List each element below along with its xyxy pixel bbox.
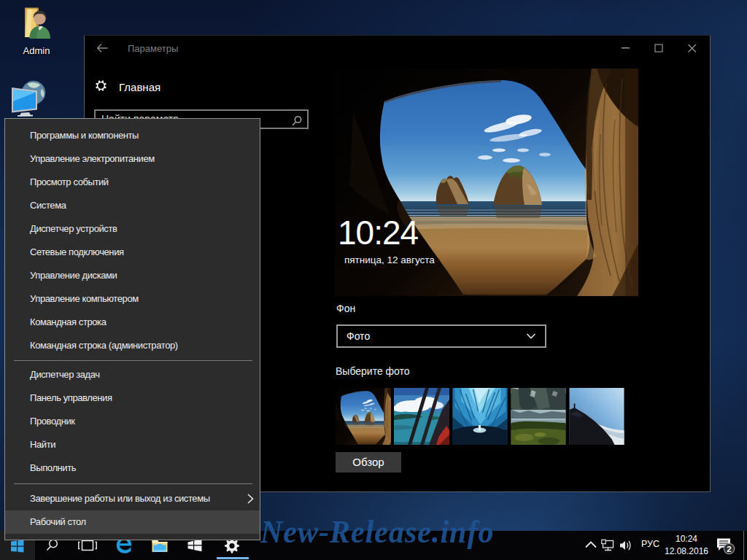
svg-text:пятница, 12 августа: пятница, 12 августа bbox=[344, 254, 435, 265]
svg-text:2: 2 bbox=[727, 545, 731, 553]
svg-text:10:24: 10:24 bbox=[338, 214, 419, 252]
